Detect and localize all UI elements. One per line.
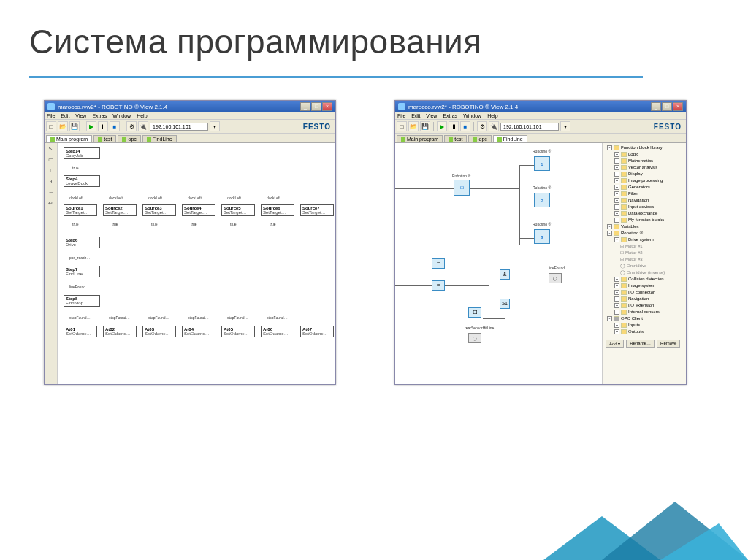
- and-block[interactable]: &: [500, 269, 510, 280]
- tree-item[interactable]: +Image system: [604, 283, 684, 289]
- robotino-out-block[interactable]: 2: [534, 193, 550, 207]
- tab-main-program[interactable]: Main program: [46, 135, 92, 142]
- at-block[interactable]: At04SetOdome…: [182, 326, 215, 337]
- tree-item[interactable]: +Data exchange: [604, 210, 684, 217]
- tree-item[interactable]: +Inputs: [604, 322, 684, 329]
- save-icon[interactable]: 💾: [420, 121, 430, 131]
- new-icon[interactable]: □: [46, 121, 56, 131]
- tree-item[interactable]: ◯ Omnidrive (inverse): [604, 269, 684, 276]
- remove-button[interactable]: Remove: [657, 340, 680, 348]
- tree-opc[interactable]: -OPC Client: [604, 315, 684, 322]
- branch-icon[interactable]: ⫞: [47, 178, 56, 187]
- source-block[interactable]: Source2SetTarget…: [103, 204, 137, 216]
- menu-file[interactable]: File: [47, 113, 55, 118]
- menu-window[interactable]: Window: [112, 113, 131, 118]
- menu-help[interactable]: Help: [487, 113, 497, 118]
- add-button[interactable]: Add ▾: [606, 340, 624, 348]
- tree-item[interactable]: +I/O extension: [604, 302, 684, 309]
- menu-extras[interactable]: Extras: [443, 113, 457, 118]
- tree-item[interactable]: +Image processing: [604, 177, 684, 184]
- pause-icon[interactable]: ⏸: [449, 121, 459, 131]
- compare-block[interactable]: =: [432, 280, 445, 291]
- menu-window[interactable]: Window: [463, 113, 481, 118]
- minimize-button[interactable]: _: [651, 102, 661, 111]
- sfc-canvas[interactable]: Step14CopyJob true Step4LeaveDock dockLe…: [58, 143, 335, 384]
- tab-findline[interactable]: FindLine: [493, 135, 527, 142]
- tree-item[interactable]: +Filter: [604, 191, 684, 197]
- save-icon[interactable]: 💾: [69, 121, 80, 131]
- menu-view[interactable]: View: [75, 113, 86, 118]
- fb-block[interactable]: ⊡: [468, 307, 481, 318]
- menu-extras[interactable]: Extras: [92, 113, 107, 118]
- minimize-button[interactable]: _: [300, 102, 310, 111]
- tree-item[interactable]: +Navigation: [604, 197, 684, 204]
- tab-main-program[interactable]: Main program: [397, 135, 443, 142]
- open-icon[interactable]: 📂: [408, 121, 419, 131]
- tab-findline[interactable]: FindLine: [142, 135, 177, 142]
- menu-file[interactable]: File: [397, 113, 405, 118]
- maximize-button[interactable]: □: [311, 102, 321, 111]
- tree-robotino[interactable]: -Robotino ®: [604, 230, 684, 237]
- tree-item[interactable]: +I/O connector: [604, 289, 684, 296]
- ip-input[interactable]: 192.160.101.101: [150, 123, 208, 131]
- play-icon[interactable]: ▶: [437, 121, 447, 131]
- tree-item[interactable]: ◯ Omnidrive: [604, 263, 684, 269]
- ip-input[interactable]: 192.160.101.101: [500, 123, 559, 131]
- at-block[interactable]: At02SetOdome…: [103, 326, 137, 337]
- tree-item[interactable]: +Navigation: [604, 296, 684, 302]
- tree-item[interactable]: +My function blocks: [604, 217, 684, 223]
- at-block[interactable]: At07SetOdome…: [300, 326, 334, 337]
- tab-opc[interactable]: opc: [468, 135, 491, 142]
- maximize-button[interactable]: □: [662, 102, 672, 111]
- tree-item[interactable]: +Mathematics: [604, 158, 684, 164]
- tool-icon[interactable]: ⚙: [477, 121, 487, 131]
- source-block[interactable]: Source4SetTarget…: [182, 204, 215, 216]
- connect-icon[interactable]: 🔌: [138, 121, 148, 131]
- go-icon[interactable]: ▾: [560, 121, 570, 131]
- source-block[interactable]: Source1SetTarget…: [64, 204, 97, 216]
- tree-root[interactable]: -Function block library: [604, 145, 684, 151]
- or-block[interactable]: ≥1: [500, 299, 510, 309]
- robotino-block[interactable]: ⊞: [454, 180, 470, 196]
- step-block[interactable]: Step6Drive: [64, 237, 100, 248]
- step-block[interactable]: Step7FindLine: [64, 266, 100, 277]
- pointer-icon[interactable]: ↖: [47, 145, 56, 154]
- step-block[interactable]: Step8FindStop: [64, 295, 100, 307]
- open-icon[interactable]: 📂: [58, 121, 68, 131]
- go-icon[interactable]: ▾: [210, 121, 220, 131]
- tab-opc[interactable]: opc: [118, 135, 140, 142]
- source-block[interactable]: Source3SetTarget…: [142, 204, 176, 216]
- menu-view[interactable]: View: [426, 113, 437, 118]
- menu-help[interactable]: Help: [137, 113, 147, 118]
- play-icon[interactable]: ▶: [86, 121, 96, 131]
- tab-test[interactable]: test: [94, 135, 116, 142]
- robotino-out-block[interactable]: 3: [534, 229, 550, 244]
- tool-icon[interactable]: ⚙: [126, 121, 137, 131]
- tree-variables[interactable]: -Variables: [604, 223, 684, 230]
- source-block[interactable]: Source5SetTarget…: [221, 204, 255, 216]
- tree-item[interactable]: +Generators: [604, 184, 684, 191]
- tab-test[interactable]: test: [444, 135, 467, 142]
- output-block[interactable]: ◯: [549, 273, 562, 283]
- rename-button[interactable]: Rename…: [626, 340, 654, 348]
- pause-icon[interactable]: ⏸: [98, 121, 108, 131]
- at-block[interactable]: At01SetOdome…: [64, 326, 97, 337]
- robotino-out-block[interactable]: 1: [534, 156, 550, 171]
- step-icon[interactable]: ▭: [47, 156, 56, 165]
- menu-edit[interactable]: Edit: [61, 113, 69, 118]
- tree-drive[interactable]: -Drive system: [604, 237, 684, 243]
- fbd-canvas[interactable]: Robotino ® ⊞ Robotino ® 1 Robotino ® 2 R…: [395, 143, 602, 384]
- compare-block[interactable]: =: [432, 258, 445, 269]
- tree-item[interactable]: +Logic: [604, 151, 684, 158]
- jump-icon[interactable]: ↵: [47, 200, 56, 209]
- tree-item[interactable]: +Display: [604, 171, 684, 177]
- tree-motor[interactable]: ⊞ Motor #3: [604, 256, 684, 263]
- tree-motor[interactable]: ⊞ Motor #2: [604, 250, 684, 256]
- at-block[interactable]: At06SetOdome…: [261, 326, 294, 337]
- menu-edit[interactable]: Edit: [411, 113, 420, 118]
- titlebar[interactable]: marocco.rvw2* - ROBOTINO ® View 2.1.4 _ …: [395, 101, 686, 112]
- step-block[interactable]: Step4LeaveDock: [64, 175, 100, 187]
- tree-item[interactable]: +Input devices: [604, 204, 684, 210]
- titlebar[interactable]: marocco.rvw2* - ROBOTINO ® View 2.1.4 _ …: [45, 101, 335, 112]
- output-block[interactable]: ◯: [468, 333, 481, 343]
